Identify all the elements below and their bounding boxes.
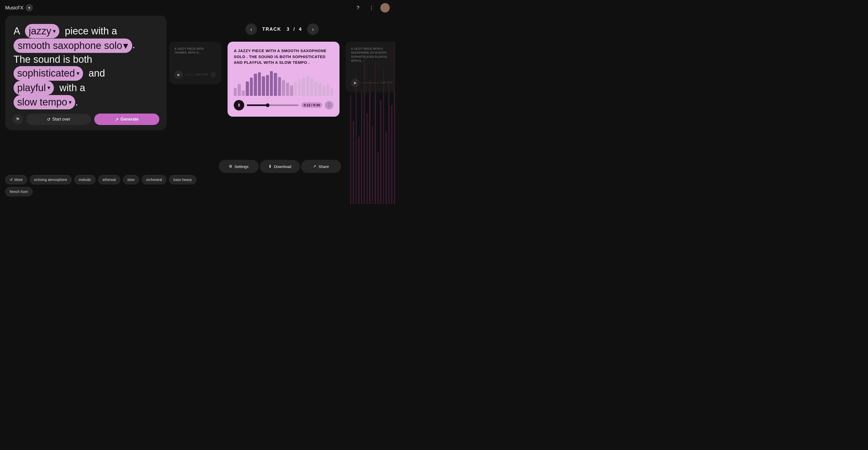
chip-chevron: ▾ bbox=[69, 98, 71, 106]
slow-tempo-chip[interactable]: slow tempo▾ bbox=[13, 95, 75, 109]
saxophone-solo-chip[interactable]: smooth saxophone solo▾ bbox=[13, 38, 132, 53]
share-icon: ↗ bbox=[313, 164, 316, 169]
right-progress-bar[interactable] bbox=[361, 82, 378, 83]
main-progress-bar[interactable] bbox=[247, 104, 299, 106]
chip-chevron: ▾ bbox=[123, 39, 128, 52]
main-time-label: 0:12 / 0:30 bbox=[301, 102, 322, 108]
next-track-button[interactable]: › bbox=[307, 24, 319, 35]
more-chips-icon: ↺ bbox=[10, 178, 13, 182]
chip-chevron: ▾ bbox=[53, 27, 56, 35]
chip-slow[interactable]: slow bbox=[123, 175, 139, 184]
track-label: TRACK 3 / 4 bbox=[262, 27, 302, 32]
chip-ethereal[interactable]: ethereal bbox=[98, 175, 120, 184]
logo-area: MusicFX ▾ bbox=[5, 4, 33, 11]
chip-echoing-atmosphere[interactable]: echoing atmosphere bbox=[30, 175, 71, 184]
suggestion-chips-row: ↺ More echoing atmosphere melodic ethere… bbox=[5, 175, 214, 197]
prev-icon: ‹ bbox=[250, 26, 252, 32]
waveform-visualization bbox=[234, 70, 333, 96]
track-card-right-partial: A JAZZY PIECE WITH A SAXOPHONE SO IS BOT… bbox=[346, 42, 395, 92]
chip-chevron: ▾ bbox=[76, 69, 80, 77]
panel-bottom-actions: ⚑ ↺ Start over ↗ Generate bbox=[12, 114, 159, 125]
prompt-period1: . bbox=[132, 39, 135, 50]
prompt-line3-pre: with a bbox=[59, 82, 85, 93]
prompt-middle1: piece with a bbox=[65, 26, 117, 36]
action-bar: ⚙ Settings ⬇ Download ↗ Share bbox=[219, 160, 341, 173]
left-play-button[interactable]: ▶ bbox=[175, 70, 183, 79]
chip-bass-heavy[interactable]: bass heavy bbox=[169, 175, 196, 184]
right-partial-track-text: A JAZZY PIECE WITH A SAXOPHONE SO IS BOT… bbox=[351, 47, 393, 63]
start-over-button[interactable]: ↺ Start over bbox=[26, 114, 91, 125]
header-right: ? ⋮ bbox=[353, 3, 390, 12]
download-button[interactable]: ⬇ Download bbox=[260, 160, 300, 173]
logo-dropdown-button[interactable]: ▾ bbox=[26, 4, 33, 11]
pause-icon: ⏸ bbox=[237, 103, 241, 108]
avatar[interactable] bbox=[380, 3, 390, 12]
chip-chevron: ▾ bbox=[48, 84, 50, 92]
header: MusicFX ▾ ? ⋮ bbox=[0, 0, 395, 16]
playful-chip[interactable]: playful▾ bbox=[13, 81, 54, 95]
prompt-line2: The sound is both bbox=[13, 54, 92, 65]
flag-icon: ⚑ bbox=[16, 116, 20, 122]
prompt-panel: A jazzy▾ piece with a smooth saxophone s… bbox=[5, 16, 166, 130]
download-icon: ⬇ bbox=[269, 164, 272, 169]
prompt-text: A jazzy▾ piece with a smooth saxophone s… bbox=[13, 24, 158, 109]
track-navigation: ‹ TRACK 3 / 4 › bbox=[175, 24, 390, 35]
chip-melodic[interactable]: melodic bbox=[74, 175, 96, 184]
prompt-prefix: A bbox=[13, 26, 20, 36]
right-partial-player: ▶ 0:00 / 0:30 bbox=[351, 79, 393, 87]
left-partial-track-text: A JAZZY PIECE WITH TRUMPS, WITH O... bbox=[175, 47, 216, 55]
progress-fill bbox=[247, 104, 268, 106]
prompt-and: and bbox=[89, 68, 105, 79]
track-card-left-partial: A JAZZY PIECE WITH TRUMPS, WITH O... ▶ 0… bbox=[169, 42, 221, 84]
left-time-label: 0:00 / 0:30 bbox=[195, 73, 208, 76]
more-icon: ⋮ bbox=[327, 102, 331, 108]
prompt-period2: . bbox=[75, 97, 78, 108]
pause-button[interactable]: ⏸ bbox=[234, 100, 244, 111]
start-over-icon: ↺ bbox=[47, 117, 50, 122]
generate-button[interactable]: ↗ Generate bbox=[94, 114, 159, 125]
right-time-label: 0:00 / 0:30 bbox=[380, 81, 393, 84]
jazzy-chip[interactable]: jazzy▾ bbox=[25, 24, 59, 38]
left-partial-player: ▶ 0:00 / 0:30 ⋮ bbox=[175, 70, 216, 79]
progress-dot[interactable] bbox=[266, 103, 270, 107]
next-icon: › bbox=[312, 26, 314, 32]
left-more-button[interactable]: ⋮ bbox=[210, 71, 216, 78]
prev-track-button[interactable]: ‹ bbox=[246, 24, 257, 35]
main-more-button[interactable]: ⋮ bbox=[325, 101, 333, 109]
flag-button[interactable]: ⚑ bbox=[12, 114, 23, 124]
tracks-area: A JAZZY PIECE WITH TRUMPS, WITH O... ▶ 0… bbox=[169, 42, 395, 117]
generate-icon: ↗ bbox=[115, 117, 119, 122]
more-options-button[interactable]: ⋮ bbox=[367, 3, 376, 12]
chip-orchestral[interactable]: orchestral bbox=[142, 175, 166, 184]
main-track-text: A JAZZY PIECE WITH A SMOOTH SAXOPHONE SO… bbox=[234, 48, 333, 66]
app-name: MusicFX bbox=[5, 5, 24, 11]
help-icon: ? bbox=[357, 5, 359, 11]
sophisticated-chip[interactable]: sophisticated▾ bbox=[13, 66, 83, 81]
left-progress-bar[interactable] bbox=[185, 74, 193, 75]
chip-french-horn[interactable]: french horn bbox=[5, 187, 33, 197]
more-chips-button[interactable]: ↺ More bbox=[5, 175, 27, 184]
track-card-main: A JAZZY PIECE WITH A SMOOTH SAXOPHONE SO… bbox=[227, 42, 340, 117]
share-button[interactable]: ↗ Share bbox=[301, 160, 341, 173]
settings-button[interactable]: ⚙ Settings bbox=[219, 160, 259, 173]
help-button[interactable]: ? bbox=[353, 3, 363, 12]
main-player-row: ⏸ 0:12 / 0:30 ⋮ bbox=[234, 100, 333, 111]
right-play-button[interactable]: ▶ bbox=[351, 79, 359, 87]
settings-icon: ⚙ bbox=[229, 164, 232, 169]
more-icon: ⋮ bbox=[369, 5, 374, 11]
